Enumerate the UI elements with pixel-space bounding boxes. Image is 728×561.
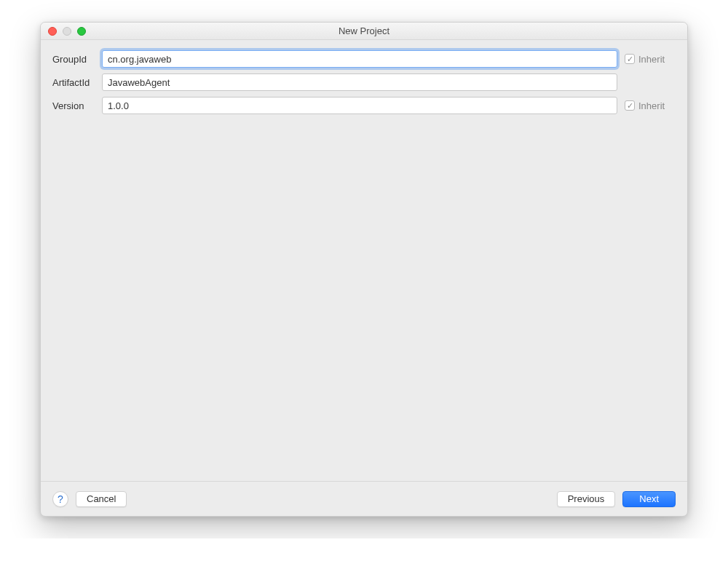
version-inherit-group: Inherit (625, 100, 676, 111)
maximize-icon[interactable] (77, 27, 86, 36)
titlebar: New Project (41, 23, 687, 40)
version-row: Version Inherit (52, 97, 676, 114)
groupid-input[interactable] (102, 50, 617, 68)
version-label: Version (52, 100, 95, 111)
artifactid-row: ArtifactId (52, 73, 676, 91)
groupid-inherit-checkbox[interactable] (625, 54, 635, 64)
next-button[interactable]: Next (622, 491, 676, 507)
artifactid-input[interactable] (102, 73, 617, 91)
window-title: New Project (41, 25, 687, 36)
version-input[interactable] (102, 97, 617, 114)
help-button[interactable]: ? (52, 491, 68, 507)
new-project-dialog: New Project GroupId Inherit ArtifactId V… (40, 22, 688, 517)
cancel-button[interactable]: Cancel (76, 491, 127, 507)
close-icon[interactable] (48, 27, 57, 36)
dialog-content: GroupId Inherit ArtifactId Version Inher… (41, 40, 687, 481)
dialog-footer: ? Cancel Previous Next (41, 481, 687, 516)
groupid-row: GroupId Inherit (52, 50, 676, 68)
artifactid-label: ArtifactId (52, 77, 95, 88)
version-inherit-checkbox[interactable] (625, 100, 635, 111)
groupid-label: GroupId (52, 54, 95, 65)
window-controls (41, 27, 86, 36)
version-inherit-label: Inherit (638, 100, 665, 111)
groupid-inherit-group: Inherit (625, 54, 676, 65)
groupid-inherit-label: Inherit (638, 54, 665, 65)
minimize-icon (63, 27, 71, 36)
previous-button[interactable]: Previous (557, 491, 616, 507)
